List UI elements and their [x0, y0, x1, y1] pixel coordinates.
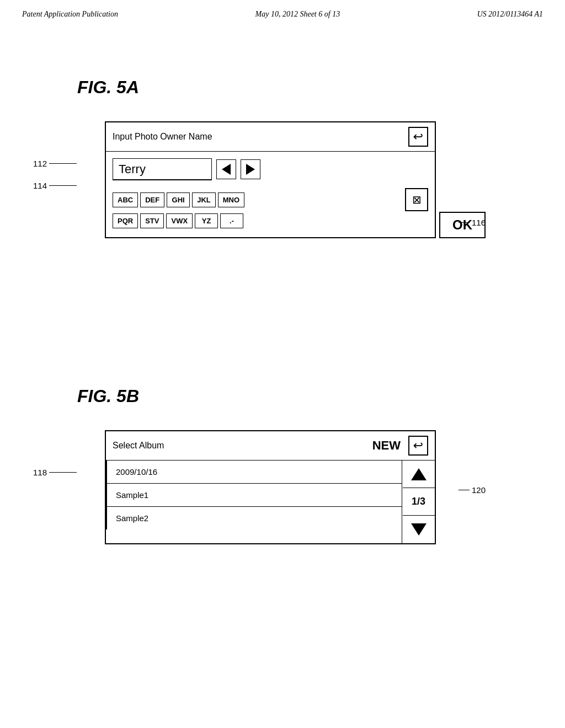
key-row-1: ABC DEF GHI JKL MNO ⊠ — [113, 188, 428, 211]
dialog-header: Input Photo Owner Name ↪ — [106, 122, 435, 152]
ref-120-group: 120 — [459, 485, 486, 495]
triangle-up-icon — [411, 468, 427, 480]
dialog-title: Input Photo Owner Name — [113, 132, 212, 142]
delete-button[interactable]: ⊠ — [405, 188, 428, 211]
header-middle: May 10, 2012 Sheet 6 of 13 — [255, 10, 340, 19]
key-def[interactable]: DEF — [140, 192, 164, 207]
fig5b-diagram: Select Album NEW ↪ 2009/10/16 Sample1 — [105, 430, 436, 544]
album-header-right: NEW ↪ — [369, 436, 428, 456]
cursor-left-button[interactable] — [216, 159, 236, 179]
album-back-button[interactable]: ↪ — [408, 436, 428, 456]
text-value: Terry — [119, 162, 146, 176]
key-abc[interactable]: ABC — [113, 192, 138, 207]
ref-114-line — [49, 185, 77, 186]
album-item-sample2[interactable]: Sample2 — [106, 507, 402, 529]
select-album-dialog: Select Album NEW ↪ 2009/10/16 Sample1 — [105, 430, 436, 544]
ref-114: 114 — [33, 181, 47, 190]
header-right: US 2012/0113464 A1 — [477, 10, 543, 19]
ref-120: 120 — [472, 485, 486, 495]
ref-114-group: 114 — [33, 181, 77, 190]
ref-112-line — [49, 163, 77, 164]
key-mno[interactable]: MNO — [218, 192, 244, 207]
page-header: Patent Application Publication May 10, 2… — [0, 0, 565, 19]
key-pqr[interactable]: PQR — [113, 213, 138, 228]
ref-116-group: 116 — [459, 218, 486, 227]
ref-112: 112 — [33, 159, 47, 168]
arrow-left-icon — [222, 164, 231, 175]
album-body: 2009/10/16 Sample1 Sample2 1/3 — [106, 461, 435, 543]
key-dot-dash[interactable]: .- — [220, 213, 243, 228]
album-sample2-text: Sample2 — [116, 513, 148, 523]
key-vwx[interactable]: VWX — [166, 213, 193, 228]
delete-icon: ⊠ — [412, 193, 422, 206]
ref-118-group: 118 — [33, 468, 77, 477]
ref-112-group: 112 — [33, 159, 77, 168]
album-item-sample1[interactable]: Sample1 — [106, 484, 402, 507]
album-list: 2009/10/16 Sample1 Sample2 — [106, 461, 402, 543]
nav-up-button[interactable] — [403, 461, 435, 488]
arrow-right-icon — [246, 164, 255, 175]
album-dialog-title: Select Album — [113, 441, 164, 451]
keyboard-section: ABC DEF GHI JKL MNO ⊠ — [113, 188, 428, 228]
ref-120-line — [459, 490, 470, 490]
ref-116: 116 — [472, 218, 486, 227]
key-row-2: PQR STV VWX YZ .- — [113, 213, 428, 228]
fig5b-label: FIG. 5B — [77, 386, 139, 406]
text-input-row: Terry — [113, 158, 428, 180]
ref-116-line — [459, 222, 470, 223]
undo-icon: ↪ — [413, 130, 423, 144]
fig5a-diagram: Input Photo Owner Name ↪ Terry — [105, 121, 436, 238]
album-item-date[interactable]: 2009/10/16 — [106, 461, 402, 484]
album-header: Select Album NEW ↪ — [106, 431, 435, 461]
new-button[interactable]: NEW — [369, 437, 404, 454]
key-yz[interactable]: YZ — [195, 213, 218, 228]
input-name-dialog: Input Photo Owner Name ↪ Terry — [105, 121, 436, 238]
ref-118: 118 — [33, 468, 47, 477]
header-left: Patent Application Publication — [22, 10, 118, 19]
album-date-text: 2009/10/16 — [116, 467, 157, 477]
page-indicator: 1/3 — [403, 488, 435, 516]
page-number: 1/3 — [412, 496, 425, 507]
album-nav: 1/3 — [402, 461, 435, 543]
nav-down-button[interactable] — [403, 516, 435, 543]
key-jkl[interactable]: JKL — [192, 192, 216, 207]
dialog-body: Terry ABC DEF GHI JKL — [106, 152, 435, 237]
triangle-down-icon — [411, 523, 427, 536]
name-text-field[interactable]: Terry — [113, 158, 212, 180]
ref-118-line — [49, 472, 77, 473]
album-undo-icon: ↪ — [413, 438, 423, 453]
back-button[interactable]: ↪ — [408, 127, 428, 147]
key-ghi[interactable]: GHI — [167, 192, 190, 207]
cursor-right-button[interactable] — [241, 159, 260, 179]
album-sample1-text: Sample1 — [116, 490, 148, 500]
fig5a-label: FIG. 5A — [77, 77, 139, 98]
key-stv[interactable]: STV — [140, 213, 164, 228]
